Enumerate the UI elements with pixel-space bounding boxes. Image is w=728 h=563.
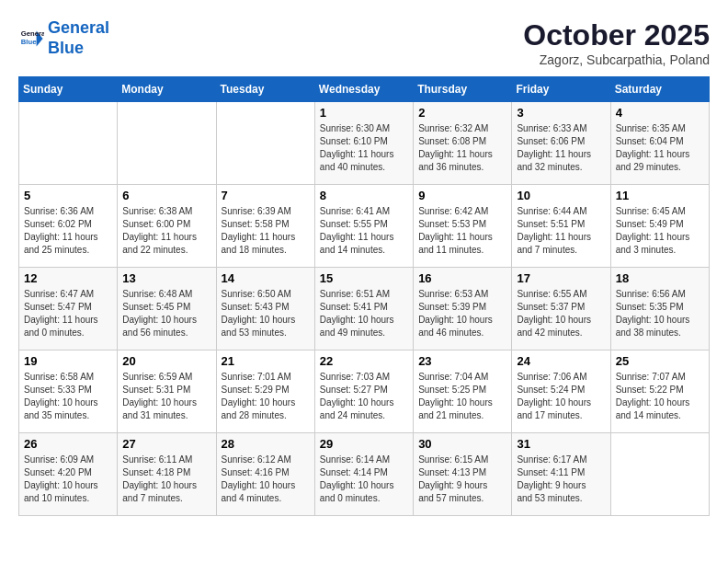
day-info: Sunrise: 6:47 AM Sunset: 5:47 PM Dayligh…: [24, 288, 112, 339]
day-number: 13: [122, 271, 210, 285]
day-number: 2: [418, 106, 506, 120]
calendar-day-cell: 14Sunrise: 6:50 AM Sunset: 5:43 PM Dayli…: [216, 268, 314, 350]
day-number: 21: [222, 354, 310, 368]
calendar-day-cell: 1Sunrise: 6:30 AM Sunset: 6:10 PM Daylig…: [314, 102, 413, 185]
calendar-header: SundayMondayTuesdayWednesdayThursdayFrid…: [19, 77, 710, 102]
day-number: 23: [418, 354, 506, 368]
day-info: Sunrise: 6:33 AM Sunset: 6:06 PM Dayligh…: [517, 122, 605, 174]
day-info: Sunrise: 6:32 AM Sunset: 6:08 PM Dayligh…: [418, 122, 506, 174]
calendar-day-cell: 15Sunrise: 6:51 AM Sunset: 5:41 PM Dayli…: [314, 268, 413, 350]
day-number: 25: [616, 354, 704, 368]
day-info: Sunrise: 6:35 AM Sunset: 6:04 PM Dayligh…: [616, 122, 704, 174]
calendar-day-cell: 19Sunrise: 6:58 AM Sunset: 5:33 PM Dayli…: [19, 350, 118, 433]
day-number: 5: [24, 189, 112, 202]
day-number: 4: [616, 106, 704, 120]
day-number: 1: [320, 106, 408, 120]
day-info: Sunrise: 6:30 AM Sunset: 6:10 PM Dayligh…: [320, 122, 408, 174]
day-number: 9: [418, 189, 506, 202]
day-number: 17: [517, 271, 605, 285]
calendar-week-row: 19Sunrise: 6:58 AM Sunset: 5:33 PM Dayli…: [19, 350, 710, 433]
calendar-day-cell: [610, 433, 709, 516]
day-number: 27: [122, 437, 210, 451]
title-block: October 2025 Zagorz, Subcarpathia, Polan…: [523, 18, 710, 67]
day-of-week-header: Friday: [512, 77, 610, 102]
calendar-day-cell: 2Sunrise: 6:32 AM Sunset: 6:08 PM Daylig…: [414, 102, 512, 185]
calendar-day-cell: 25Sunrise: 7:07 AM Sunset: 5:22 PM Dayli…: [610, 350, 709, 433]
day-number: 6: [122, 189, 210, 202]
day-info: Sunrise: 6:56 AM Sunset: 5:35 PM Dayligh…: [616, 288, 704, 339]
day-number: 24: [517, 354, 605, 368]
page-header: General Blue GeneralBlue October 2025 Za…: [18, 18, 710, 67]
day-number: 19: [24, 354, 112, 368]
day-info: Sunrise: 6:42 AM Sunset: 5:53 PM Dayligh…: [418, 205, 506, 257]
calendar-day-cell: 6Sunrise: 6:38 AM Sunset: 6:00 PM Daylig…: [118, 185, 216, 268]
logo: General Blue GeneralBlue: [18, 18, 109, 58]
day-info: Sunrise: 6:38 AM Sunset: 6:00 PM Dayligh…: [122, 205, 210, 257]
location-subtitle: Zagorz, Subcarpathia, Poland: [523, 52, 710, 67]
day-info: Sunrise: 7:06 AM Sunset: 5:24 PM Dayligh…: [517, 371, 605, 422]
calendar-day-cell: 26Sunrise: 6:09 AM Sunset: 4:20 PM Dayli…: [19, 433, 118, 516]
day-number: 3: [517, 106, 605, 120]
calendar-day-cell: 22Sunrise: 7:03 AM Sunset: 5:27 PM Dayli…: [314, 350, 413, 433]
day-info: Sunrise: 6:45 AM Sunset: 5:49 PM Dayligh…: [616, 205, 704, 257]
day-number: 16: [418, 271, 506, 285]
day-number: 10: [517, 189, 605, 202]
day-of-week-header: Saturday: [610, 77, 709, 102]
day-number: 20: [122, 354, 210, 368]
day-info: Sunrise: 6:55 AM Sunset: 5:37 PM Dayligh…: [517, 288, 605, 339]
calendar-table: SundayMondayTuesdayWednesdayThursdayFrid…: [18, 76, 710, 516]
calendar-day-cell: 13Sunrise: 6:48 AM Sunset: 5:45 PM Dayli…: [118, 268, 216, 350]
day-info: Sunrise: 6:41 AM Sunset: 5:55 PM Dayligh…: [320, 205, 408, 257]
day-number: 12: [24, 271, 112, 285]
calendar-day-cell: 16Sunrise: 6:53 AM Sunset: 5:39 PM Dayli…: [414, 268, 512, 350]
day-of-week-header: Thursday: [414, 77, 512, 102]
calendar-day-cell: 7Sunrise: 6:39 AM Sunset: 5:58 PM Daylig…: [216, 185, 314, 268]
calendar-day-cell: 28Sunrise: 6:12 AM Sunset: 4:16 PM Dayli…: [216, 433, 314, 516]
calendar-day-cell: 31Sunrise: 6:17 AM Sunset: 4:11 PM Dayli…: [512, 433, 610, 516]
day-number: 15: [320, 271, 408, 285]
day-info: Sunrise: 6:09 AM Sunset: 4:20 PM Dayligh…: [24, 454, 112, 505]
day-info: Sunrise: 6:44 AM Sunset: 5:51 PM Dayligh…: [517, 205, 605, 257]
day-number: 29: [320, 437, 408, 451]
day-info: Sunrise: 6:11 AM Sunset: 4:18 PM Dayligh…: [122, 454, 210, 505]
day-number: 8: [320, 189, 408, 202]
day-info: Sunrise: 6:39 AM Sunset: 5:58 PM Dayligh…: [222, 205, 310, 257]
calendar-week-row: 12Sunrise: 6:47 AM Sunset: 5:47 PM Dayli…: [19, 268, 710, 350]
header-row: SundayMondayTuesdayWednesdayThursdayFrid…: [19, 77, 710, 102]
calendar-week-row: 1Sunrise: 6:30 AM Sunset: 6:10 PM Daylig…: [19, 102, 710, 185]
day-number: 11: [616, 189, 704, 202]
calendar-day-cell: 30Sunrise: 6:15 AM Sunset: 4:13 PM Dayli…: [414, 433, 512, 516]
day-number: 28: [222, 437, 310, 451]
day-of-week-header: Tuesday: [216, 77, 314, 102]
day-info: Sunrise: 6:48 AM Sunset: 5:45 PM Dayligh…: [122, 288, 210, 339]
calendar-week-row: 26Sunrise: 6:09 AM Sunset: 4:20 PM Dayli…: [19, 433, 710, 516]
calendar-day-cell: 24Sunrise: 7:06 AM Sunset: 5:24 PM Dayli…: [512, 350, 610, 433]
day-number: 18: [616, 271, 704, 285]
day-of-week-header: Sunday: [19, 77, 118, 102]
calendar-day-cell: 21Sunrise: 7:01 AM Sunset: 5:29 PM Dayli…: [216, 350, 314, 433]
calendar-body: 1Sunrise: 6:30 AM Sunset: 6:10 PM Daylig…: [19, 102, 710, 516]
calendar-day-cell: 11Sunrise: 6:45 AM Sunset: 5:49 PM Dayli…: [610, 185, 709, 268]
day-number: 7: [222, 189, 310, 202]
day-info: Sunrise: 6:12 AM Sunset: 4:16 PM Dayligh…: [222, 454, 310, 505]
day-info: Sunrise: 7:04 AM Sunset: 5:25 PM Dayligh…: [418, 371, 506, 422]
calendar-day-cell: 18Sunrise: 6:56 AM Sunset: 5:35 PM Dayli…: [610, 268, 709, 350]
month-title: October 2025: [523, 18, 710, 52]
calendar-day-cell: 20Sunrise: 6:59 AM Sunset: 5:31 PM Dayli…: [118, 350, 216, 433]
day-info: Sunrise: 7:07 AM Sunset: 5:22 PM Dayligh…: [616, 371, 704, 422]
calendar-day-cell: 5Sunrise: 6:36 AM Sunset: 6:02 PM Daylig…: [19, 185, 118, 268]
calendar-day-cell: [216, 102, 314, 185]
day-info: Sunrise: 6:51 AM Sunset: 5:41 PM Dayligh…: [320, 288, 408, 339]
calendar-week-row: 5Sunrise: 6:36 AM Sunset: 6:02 PM Daylig…: [19, 185, 710, 268]
calendar-day-cell: 29Sunrise: 6:14 AM Sunset: 4:14 PM Dayli…: [314, 433, 413, 516]
svg-text:Blue: Blue: [21, 37, 37, 45]
calendar-day-cell: 17Sunrise: 6:55 AM Sunset: 5:37 PM Dayli…: [512, 268, 610, 350]
day-of-week-header: Wednesday: [314, 77, 413, 102]
day-info: Sunrise: 6:14 AM Sunset: 4:14 PM Dayligh…: [320, 454, 408, 505]
calendar-day-cell: [118, 102, 216, 185]
day-number: 26: [24, 437, 112, 451]
day-info: Sunrise: 6:15 AM Sunset: 4:13 PM Dayligh…: [418, 454, 506, 505]
calendar-day-cell: 27Sunrise: 6:11 AM Sunset: 4:18 PM Dayli…: [118, 433, 216, 516]
calendar-day-cell: [19, 102, 118, 185]
day-info: Sunrise: 6:53 AM Sunset: 5:39 PM Dayligh…: [418, 288, 506, 339]
